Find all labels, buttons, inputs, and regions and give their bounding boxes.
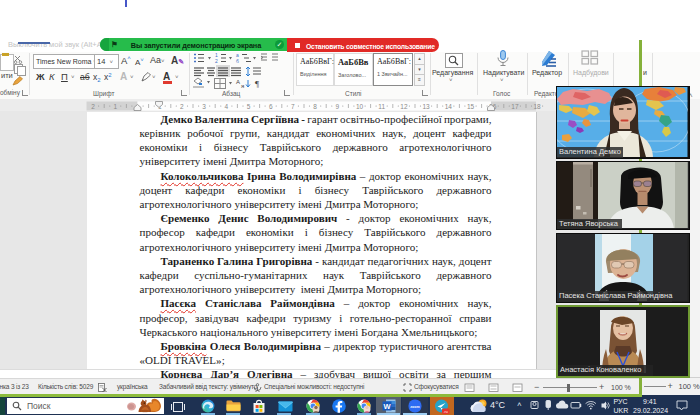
- svg-text:я: я: [241, 83, 244, 89]
- svg-text:4: 4: [224, 102, 228, 109]
- svg-text:W: W: [383, 402, 391, 411]
- svg-text:7: 7: [291, 102, 295, 109]
- svg-text:12: 12: [400, 102, 408, 109]
- svg-text:8: 8: [313, 102, 317, 109]
- svg-text:18: 18: [533, 102, 541, 109]
- svg-text:14: 14: [445, 102, 453, 109]
- svg-text:2: 2: [215, 58, 218, 64]
- svg-text:5: 5: [247, 102, 251, 109]
- svg-text:1: 1: [113, 102, 117, 109]
- svg-text:.ru: .ru: [443, 409, 447, 413]
- svg-text:17: 17: [511, 102, 519, 109]
- svg-text:2: 2: [180, 102, 184, 109]
- svg-text:3: 3: [202, 102, 206, 109]
- svg-text:13: 13: [422, 102, 430, 109]
- svg-text:9: 9: [335, 102, 339, 109]
- svg-text:6: 6: [269, 102, 273, 109]
- svg-text:2: 2: [91, 102, 95, 109]
- svg-text:¶: ¶: [255, 79, 259, 89]
- svg-text:б: б: [236, 58, 239, 64]
- svg-text:15: 15: [467, 102, 475, 109]
- svg-text:11: 11: [378, 102, 385, 109]
- svg-text:zoom: zoom: [410, 405, 419, 409]
- svg-text:10: 10: [356, 102, 364, 109]
- svg-text:А: А: [236, 79, 240, 85]
